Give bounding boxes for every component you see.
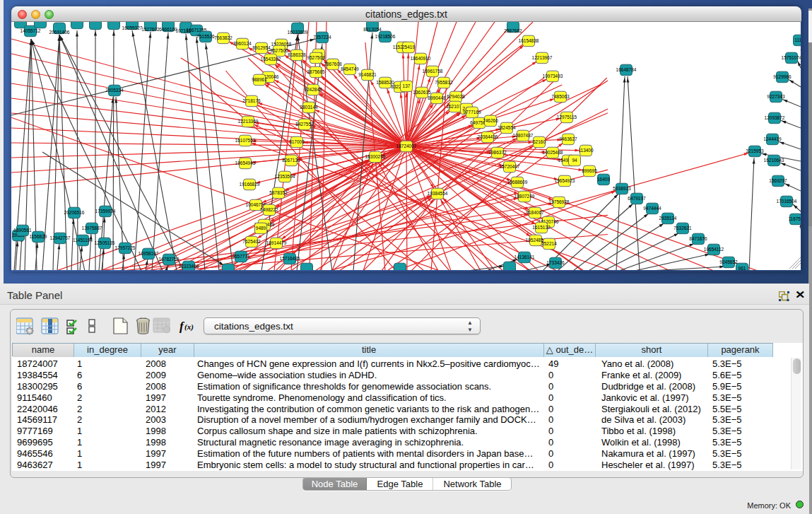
svg-text:1362615: 1362615: [413, 90, 431, 95]
svg-text:899695: 899695: [582, 168, 597, 173]
svg-text:20206516: 20206516: [64, 210, 85, 215]
svg-text:252214: 252214: [541, 241, 557, 246]
svg-text:8427552: 8427552: [295, 122, 314, 127]
svg-text:17016504: 17016504: [777, 199, 797, 204]
svg-text:12505135: 12505135: [95, 240, 115, 245]
svg-text:2905334: 2905334: [105, 88, 124, 93]
svg-text:9527506: 9527506: [270, 48, 288, 53]
svg-text:62160: 62160: [533, 139, 546, 144]
svg-text:12975115: 12975115: [557, 115, 577, 119]
svg-text:5938923: 5938923: [613, 186, 631, 191]
svg-text:19756928: 19756928: [549, 199, 570, 204]
svg-text:8454749: 8454749: [341, 66, 359, 71]
svg-text:8267130: 8267130: [282, 158, 300, 163]
svg-text:5878352: 5878352: [269, 190, 288, 195]
svg-text:113400: 113400: [578, 148, 594, 153]
svg-text:15720407: 15720407: [500, 164, 520, 169]
svg-text:10654112: 10654112: [704, 247, 724, 252]
svg-text:9245652: 9245652: [719, 259, 738, 264]
svg-text:12213369: 12213369: [238, 119, 259, 124]
svg-text:8960124: 8960124: [233, 41, 252, 46]
svg-text:8471676: 8471676: [689, 236, 707, 241]
svg-text:10688609: 10688609: [507, 180, 528, 185]
svg-text:15751074: 15751074: [782, 55, 801, 60]
svg-text:9227343: 9227343: [767, 94, 785, 99]
svg-text:746266: 746266: [483, 118, 498, 123]
svg-text:7986372: 7986372: [488, 150, 507, 155]
svg-text:1527602: 1527602: [141, 27, 160, 32]
svg-text:2867608: 2867608: [324, 62, 342, 66]
svg-text:9463627: 9463627: [559, 136, 577, 141]
svg-text:16782759: 16782759: [159, 257, 180, 262]
svg-text:18807249: 18807249: [514, 194, 535, 199]
svg-text:988961: 988961: [252, 77, 267, 82]
svg-text:20364436: 20364436: [478, 134, 498, 139]
svg-text:1890561: 1890561: [13, 228, 32, 233]
svg-text:14055712: 14055712: [20, 28, 41, 33]
svg-text:12323468: 12323468: [179, 264, 199, 269]
svg-text:8912954: 8912954: [252, 45, 271, 50]
svg-text:2803144: 2803144: [300, 105, 318, 110]
svg-text:1244419: 1244419: [763, 136, 782, 141]
svg-text:2935114: 2935114: [659, 216, 677, 221]
svg-text:7955812: 7955812: [435, 80, 453, 85]
svg-text:9146821: 9146821: [358, 72, 377, 77]
svg-text:16154838: 16154838: [519, 38, 539, 43]
svg-text:12213967: 12213967: [532, 55, 553, 60]
svg-text:2718176: 2718176: [242, 98, 261, 103]
svg-text:8186328: 8186328: [288, 52, 306, 57]
svg-text:6479197: 6479197: [628, 196, 646, 201]
svg-text:12942757: 12942757: [50, 235, 71, 240]
svg-text:1569297: 1569297: [769, 178, 787, 183]
svg-text:17359934: 17359934: [95, 209, 116, 214]
svg-text:116753: 116753: [788, 216, 801, 221]
svg-text:19384554: 19384554: [428, 191, 448, 196]
svg-text:6466160: 6466160: [159, 27, 177, 32]
svg-text:9184067: 9184067: [526, 210, 544, 215]
svg-text:25419: 25419: [402, 45, 415, 49]
svg-text:7625402: 7625402: [242, 239, 261, 244]
svg-text:19654945: 19654945: [235, 160, 256, 165]
svg-text:11451194: 11451194: [73, 238, 93, 243]
svg-text:16914479: 16914479: [266, 240, 287, 245]
svg-text:1733426: 1733426: [546, 260, 565, 265]
svg-text:16961758: 16961758: [423, 69, 443, 74]
svg-text:16409: 16409: [597, 177, 610, 182]
svg-text:(x): (x): [184, 322, 194, 332]
svg-text:94: 94: [572, 158, 577, 163]
svg-text:17957225: 17957225: [115, 245, 136, 250]
svg-text:15716485: 15716485: [280, 256, 300, 261]
svg-text:1156829: 1156829: [30, 234, 47, 239]
svg-text:10973493: 10973493: [543, 74, 563, 78]
svg-text:10807487: 10807487: [513, 133, 534, 138]
svg-text:16648784: 16648784: [616, 67, 637, 72]
svg-text:1615132: 1615132: [532, 225, 551, 230]
svg-text:7632621: 7632621: [673, 226, 692, 230]
svg-text:317006: 317006: [289, 139, 305, 144]
svg-text:6794028: 6794028: [447, 94, 465, 99]
svg-text:7485063: 7485063: [551, 94, 570, 99]
svg-text:9777169: 9777169: [463, 110, 481, 115]
svg-text:9657771: 9657771: [232, 254, 250, 259]
svg-text:9129966: 9129966: [773, 74, 792, 79]
svg-text:18300295: 18300295: [365, 154, 386, 159]
svg-text:16033809: 16033809: [288, 30, 308, 35]
svg-text:18724007: 18724007: [396, 144, 417, 148]
svg-text:19218506: 19218506: [375, 34, 396, 39]
svg-text:16210643: 16210643: [764, 158, 784, 163]
svg-text:10958107: 10958107: [139, 251, 159, 256]
svg-text:9527508: 9527508: [307, 55, 325, 60]
svg-text:7357224: 7357224: [313, 35, 331, 40]
svg-text:9489: 9489: [256, 226, 266, 230]
svg-text:8990448: 8990448: [428, 95, 446, 100]
svg-text:19166829: 19166829: [240, 182, 260, 187]
svg-text:1112: 1112: [794, 37, 801, 42]
svg-text:12093872: 12093872: [765, 115, 785, 120]
svg-text:9242848: 9242848: [304, 87, 322, 92]
svg-text:14136141: 14136141: [514, 255, 535, 259]
svg-text:18640910: 18640910: [411, 56, 431, 61]
svg-text:13975887: 13975887: [82, 226, 102, 230]
svg-text:3875685: 3875685: [307, 69, 325, 74]
svg-text:2887682: 2887682: [504, 28, 522, 33]
svg-text:16055327: 16055327: [122, 25, 143, 30]
